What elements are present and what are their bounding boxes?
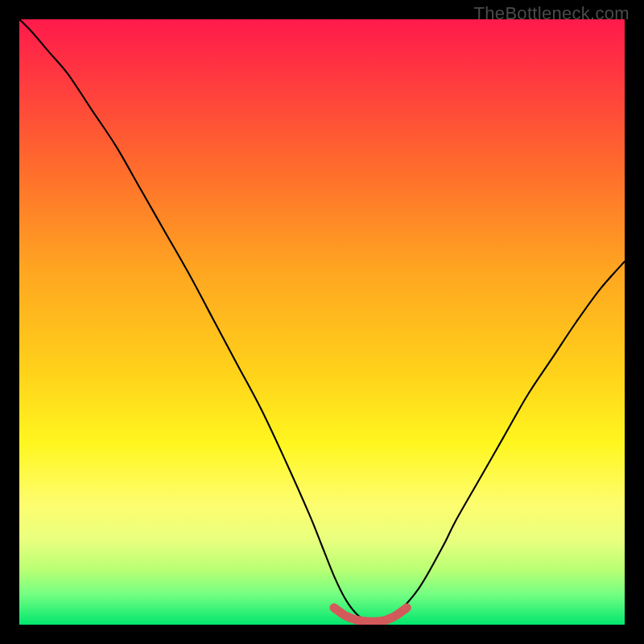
- curve-overlay: [19, 19, 625, 625]
- attribution-watermark: TheBottleneck.com: [474, 3, 630, 24]
- plot-area: [19, 19, 625, 625]
- optimal-zone-highlight: [334, 608, 407, 621]
- bottleneck-curve: [19, 19, 625, 622]
